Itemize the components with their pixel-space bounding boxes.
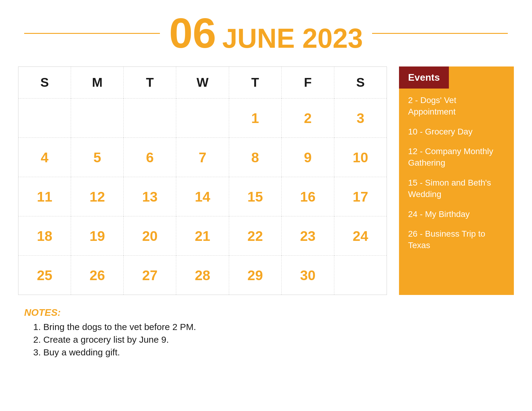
day-header-wed: W <box>176 67 229 99</box>
calendar-day-28[interactable]: 28 <box>176 256 229 295</box>
calendar-day-5[interactable]: 5 <box>71 138 124 177</box>
events-list: 2 - Dogs' Vet Appointment10 - Grocery Da… <box>399 89 514 266</box>
calendar-wrapper: S M T W T F S 12345678910111213141516171… <box>18 66 387 295</box>
notes-item-0: 1. Bring the dogs to the vet before 2 PM… <box>33 322 508 332</box>
notes-title: NOTES: <box>24 307 508 318</box>
calendar-day-17[interactable]: 17 <box>334 177 387 216</box>
header-month-year: JUNE 2023 <box>222 25 363 52</box>
calendar-week-row: 45678910 <box>18 138 387 177</box>
day-header-sun: S <box>18 67 71 99</box>
event-item-1: 10 - Grocery Day <box>408 126 505 138</box>
calendar-day-empty <box>176 99 229 138</box>
calendar-day-27[interactable]: 27 <box>124 256 176 295</box>
calendar-day-11[interactable]: 11 <box>18 177 71 216</box>
calendar-day-12[interactable]: 12 <box>71 177 124 216</box>
calendar-day-empty <box>71 99 124 138</box>
calendar-day-25[interactable]: 25 <box>18 256 71 295</box>
calendar-day-3[interactable]: 3 <box>334 99 387 138</box>
calendar-day-18[interactable]: 18 <box>18 216 71 256</box>
calendar-day-15[interactable]: 15 <box>229 177 281 216</box>
calendar-day-empty <box>124 99 176 138</box>
calendar-week-row: 123 <box>18 99 387 138</box>
calendar-day-10[interactable]: 10 <box>334 138 387 177</box>
calendar-header: 06 JUNE 2023 <box>0 0 532 60</box>
calendar-table: S M T W T F S 12345678910111213141516171… <box>18 66 387 295</box>
calendar-day-1[interactable]: 1 <box>229 99 281 138</box>
notes-item-1: 2. Create a grocery list by June 9. <box>33 335 508 345</box>
calendar-day-9[interactable]: 9 <box>281 138 334 177</box>
calendar-week-row: 18192021222324 <box>18 216 387 256</box>
day-header-thu: T <box>229 67 281 99</box>
calendar-day-23[interactable]: 23 <box>281 216 334 256</box>
calendar-week-row: 11121314151617 <box>18 177 387 216</box>
calendar-day-30[interactable]: 30 <box>281 256 334 295</box>
calendar-day-empty <box>334 256 387 295</box>
events-panel: Events 2 - Dogs' Vet Appointment10 - Gro… <box>399 66 514 295</box>
calendar-day-13[interactable]: 13 <box>124 177 176 216</box>
events-header: Events <box>399 66 449 89</box>
day-header-mon: M <box>71 67 124 99</box>
event-item-2: 12 - Company Monthly Gathering <box>408 146 505 169</box>
main-content: S M T W T F S 12345678910111213141516171… <box>0 60 532 301</box>
calendar-day-29[interactable]: 29 <box>229 256 281 295</box>
notes-section: NOTES: 1. Bring the dogs to the vet befo… <box>0 301 532 366</box>
calendar-day-16[interactable]: 16 <box>281 177 334 216</box>
calendar-day-24[interactable]: 24 <box>334 216 387 256</box>
calendar-day-2[interactable]: 2 <box>281 99 334 138</box>
notes-item-2: 3. Buy a wedding gift. <box>33 347 508 358</box>
calendar-day-21[interactable]: 21 <box>176 216 229 256</box>
event-item-0: 2 - Dogs' Vet Appointment <box>408 95 505 118</box>
calendar-header-row: S M T W T F S <box>18 67 387 99</box>
calendar-day-22[interactable]: 22 <box>229 216 281 256</box>
calendar-day-19[interactable]: 19 <box>71 216 124 256</box>
calendar-day-20[interactable]: 20 <box>124 216 176 256</box>
event-item-5: 26 - Business Trip to Texas <box>408 228 505 251</box>
calendar-day-4[interactable]: 4 <box>18 138 71 177</box>
notes-list: 1. Bring the dogs to the vet before 2 PM… <box>24 322 508 358</box>
header-line-right <box>372 33 508 34</box>
header-line-left <box>24 33 160 34</box>
header-day: 06 <box>169 12 216 54</box>
calendar-day-empty <box>18 99 71 138</box>
calendar-week-row: 252627282930 <box>18 256 387 295</box>
header-title: 06 JUNE 2023 <box>169 12 363 54</box>
calendar-day-26[interactable]: 26 <box>71 256 124 295</box>
day-header-tue: T <box>124 67 176 99</box>
calendar-day-14[interactable]: 14 <box>176 177 229 216</box>
calendar-day-6[interactable]: 6 <box>124 138 176 177</box>
day-header-sat: S <box>334 67 387 99</box>
event-item-3: 15 - Simon and Beth's Wedding <box>408 177 505 200</box>
calendar-day-7[interactable]: 7 <box>176 138 229 177</box>
day-header-fri: F <box>281 67 334 99</box>
calendar-day-8[interactable]: 8 <box>229 138 281 177</box>
event-item-4: 24 - My Birthday <box>408 209 505 220</box>
